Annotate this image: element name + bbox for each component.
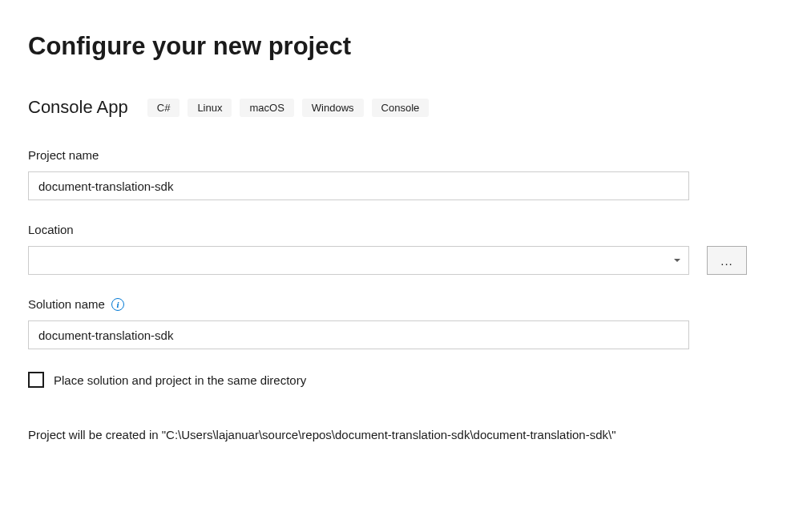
project-name-group: Project name: [28, 148, 783, 200]
solution-name-label-text: Solution name: [28, 297, 105, 311]
solution-name-group: Solution name i: [28, 297, 783, 349]
location-group: Location ...: [28, 223, 783, 275]
tags-container: C# Linux macOS Windows Console: [147, 99, 430, 117]
project-type-label: Console App: [28, 97, 128, 118]
tag-linux: Linux: [188, 99, 232, 117]
tag-macos: macOS: [240, 99, 293, 117]
tag-csharp: C#: [147, 99, 180, 117]
project-name-label: Project name: [28, 148, 783, 162]
browse-button[interactable]: ...: [707, 246, 747, 275]
subtitle-row: Console App C# Linux macOS Windows Conso…: [28, 97, 783, 118]
info-icon[interactable]: i: [111, 298, 124, 311]
same-directory-checkbox-row: Place solution and project in the same d…: [28, 372, 783, 388]
tag-console: Console: [372, 99, 430, 117]
location-label: Location: [28, 223, 783, 236]
project-path-text: Project will be created in "C:\Users\laj…: [28, 426, 689, 445]
location-dropdown[interactable]: [28, 246, 689, 275]
project-name-input[interactable]: [28, 171, 689, 200]
solution-name-label: Solution name i: [28, 297, 783, 311]
same-directory-checkbox-label: Place solution and project in the same d…: [54, 373, 306, 387]
location-row: ...: [28, 246, 783, 275]
page-title: Configure your new project: [28, 32, 783, 61]
solution-name-input[interactable]: [28, 320, 689, 349]
same-directory-checkbox[interactable]: [28, 372, 44, 388]
chevron-down-icon: [674, 259, 680, 262]
tag-windows: Windows: [302, 99, 364, 117]
